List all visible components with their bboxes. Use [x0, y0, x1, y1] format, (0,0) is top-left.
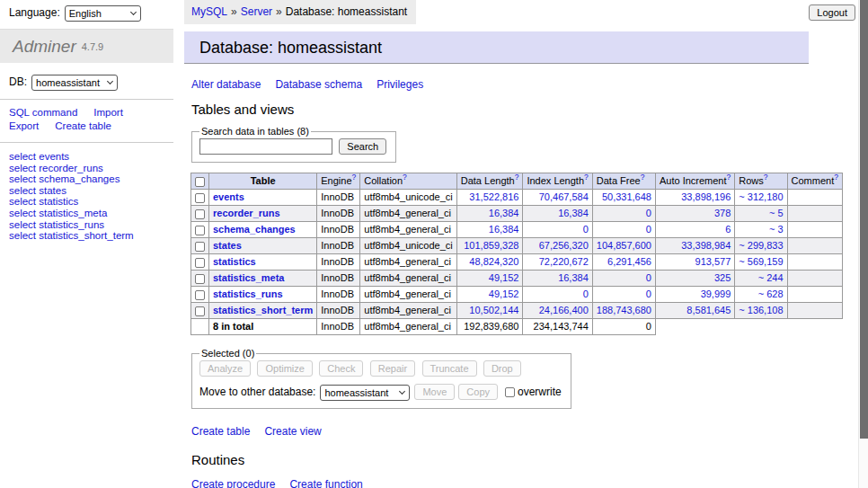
- cell-index-length-link[interactable]: 72,220,672: [539, 256, 589, 267]
- row-checkbox[interactable]: [195, 306, 205, 316]
- sidebar-action-link[interactable]: Create table: [55, 120, 111, 131]
- row-checkbox[interactable]: [195, 209, 205, 219]
- sidebar-select-link[interactable]: select events: [9, 151, 173, 163]
- row-checkbox[interactable]: [195, 242, 205, 252]
- help-link[interactable]: ?: [352, 173, 357, 182]
- cell-rows-link[interactable]: ~ 628: [758, 288, 784, 299]
- help-link[interactable]: ?: [764, 173, 768, 182]
- row-checkbox[interactable]: [195, 226, 205, 235]
- sidebar-select-link[interactable]: select statistics: [9, 196, 173, 208]
- sidebar-select-link[interactable]: select statistics_meta: [9, 208, 173, 219]
- drop-button[interactable]: Drop: [483, 360, 521, 377]
- routine-link[interactable]: Create function: [289, 478, 362, 488]
- database-action-link[interactable]: Alter database: [191, 78, 261, 91]
- cell-auto-increment-link[interactable]: 8,581,645: [686, 305, 731, 315]
- table-name-link[interactable]: states: [213, 240, 242, 251]
- optimize-button[interactable]: Optimize: [257, 360, 312, 377]
- cell-data-free-link[interactable]: 50,331,648: [602, 191, 651, 202]
- cell-data-length-link[interactable]: 16,384: [489, 224, 519, 235]
- cell-index-length-link[interactable]: 24,166,400: [539, 305, 589, 315]
- help-link[interactable]: ?: [727, 173, 731, 182]
- cell-data-length-link[interactable]: 31,522,816: [469, 191, 518, 202]
- cell-data-free-link[interactable]: 0: [646, 224, 651, 235]
- analyze-button[interactable]: Analyze: [199, 360, 251, 377]
- language-select[interactable]: English: [65, 5, 141, 22]
- help-link[interactable]: ?: [584, 173, 589, 182]
- scrollbar[interactable]: [858, 0, 868, 488]
- breadcrumb-link[interactable]: MySQL: [191, 5, 227, 18]
- cell-index-length-link[interactable]: 0: [583, 224, 589, 235]
- table-name-link[interactable]: statistics_runs: [213, 288, 283, 299]
- create-link[interactable]: Create table: [191, 425, 250, 438]
- sidebar-action-link[interactable]: Export: [9, 120, 39, 131]
- table-name-link[interactable]: schema_changes: [213, 224, 296, 235]
- row-checkbox[interactable]: [195, 258, 205, 268]
- cell-data-length-link[interactable]: 49,152: [489, 272, 519, 283]
- cell-rows-link[interactable]: ~ 244: [758, 272, 784, 283]
- row-checkbox[interactable]: [195, 290, 205, 300]
- cell-rows-link[interactable]: ~ 3: [769, 224, 784, 235]
- logout-button[interactable]: Logout: [809, 4, 855, 21]
- cell-data-free-link[interactable]: 0: [646, 208, 651, 218]
- cell-index-length-link[interactable]: 70,467,584: [539, 191, 589, 202]
- cell-rows-link[interactable]: ~ 299,833: [739, 240, 783, 251]
- cell-rows-link[interactable]: ~ 569,159: [739, 256, 783, 267]
- help-link[interactable]: ?: [641, 173, 645, 182]
- cell-auto-increment-link[interactable]: 913,577: [695, 256, 731, 267]
- cell-index-length-link[interactable]: 16,384: [558, 272, 589, 283]
- cell-auto-increment-link[interactable]: 325: [714, 272, 731, 283]
- select-all-checkbox[interactable]: [195, 177, 205, 187]
- database-action-link[interactable]: Privileges: [376, 78, 423, 91]
- cell-data-length-link[interactable]: 101,859,328: [464, 240, 518, 251]
- truncate-button[interactable]: Truncate: [422, 360, 477, 377]
- cell-auto-increment-link[interactable]: 6: [725, 224, 731, 235]
- cell-auto-increment-link[interactable]: 39,999: [701, 288, 731, 299]
- cell-rows-link[interactable]: ~ 136,108: [739, 305, 783, 315]
- search-input[interactable]: [199, 138, 332, 155]
- move-db-select[interactable]: homeassistant: [320, 385, 410, 401]
- cell-index-length-link[interactable]: 67,256,320: [539, 240, 589, 251]
- move-button[interactable]: Move: [414, 384, 455, 400]
- sidebar-select-link[interactable]: select states: [9, 185, 173, 197]
- cell-data-length-link[interactable]: 49,152: [489, 288, 519, 299]
- help-link[interactable]: ?: [834, 173, 838, 182]
- cell-rows-link[interactable]: ~ 5: [769, 208, 784, 218]
- sidebar-select-link[interactable]: select statistics_short_term: [9, 230, 173, 242]
- cell-data-free-link[interactable]: 0: [646, 272, 651, 283]
- row-checkbox[interactable]: [195, 193, 205, 203]
- cell-data-free-link[interactable]: 104,857,600: [597, 240, 651, 251]
- table-name-link[interactable]: statistics: [213, 256, 256, 267]
- cell-rows-link[interactable]: ~ 312,180: [739, 191, 783, 202]
- search-button[interactable]: Search: [339, 138, 386, 155]
- copy-button[interactable]: Copy: [458, 384, 498, 400]
- sidebar-select-link[interactable]: select recorder_runs: [9, 163, 173, 174]
- create-link[interactable]: Create view: [264, 425, 321, 438]
- db-select[interactable]: homeassistant: [31, 75, 118, 91]
- overwrite-checkbox[interactable]: [505, 387, 515, 397]
- cell-auto-increment-link[interactable]: 33,898,196: [681, 191, 731, 202]
- sidebar-action-link[interactable]: Import: [93, 107, 123, 118]
- cell-data-length-link[interactable]: 48,824,320: [469, 256, 518, 267]
- check-button[interactable]: Check: [319, 360, 363, 377]
- table-name-link[interactable]: statistics_meta: [213, 272, 285, 283]
- sidebar-select-link[interactable]: select statistics_runs: [9, 219, 173, 231]
- cell-data-free-link[interactable]: 0: [646, 288, 651, 299]
- database-action-link[interactable]: Database schema: [275, 78, 362, 91]
- cell-auto-increment-link[interactable]: 33,398,984: [681, 240, 731, 251]
- row-checkbox[interactable]: [195, 274, 205, 284]
- cell-index-length-link[interactable]: 0: [583, 288, 589, 299]
- help-link[interactable]: ?: [515, 173, 519, 182]
- cell-data-length-link[interactable]: 10,502,144: [469, 305, 518, 315]
- table-name-link[interactable]: recorder_runs: [213, 208, 280, 218]
- cell-auto-increment-link[interactable]: 378: [714, 208, 731, 218]
- breadcrumb-link[interactable]: Server: [241, 5, 272, 18]
- help-link[interactable]: ?: [403, 173, 407, 182]
- cell-data-free-link[interactable]: 6,291,456: [607, 256, 651, 267]
- routine-link[interactable]: Create procedure: [191, 478, 275, 488]
- table-name-link[interactable]: events: [213, 191, 244, 202]
- cell-data-free-link[interactable]: 188,743,680: [597, 305, 651, 315]
- scrollbar-thumb[interactable]: [860, 0, 868, 439]
- cell-data-length-link[interactable]: 16,384: [489, 208, 519, 218]
- repair-button[interactable]: Repair: [370, 360, 415, 377]
- sidebar-select-link[interactable]: select schema_changes: [9, 173, 173, 185]
